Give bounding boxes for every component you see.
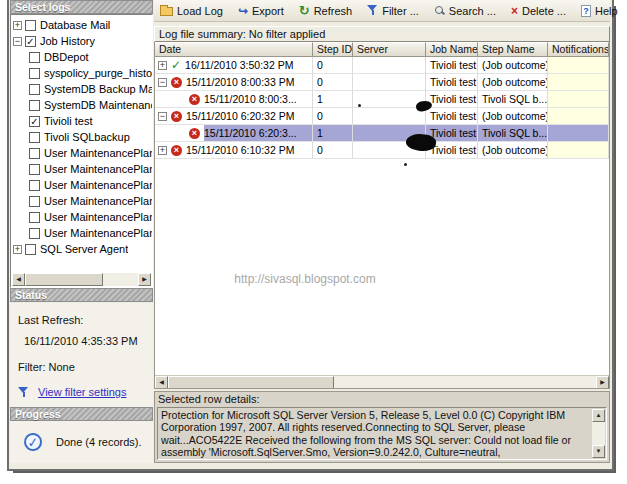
step-name-value: Tivoli SQL b... <box>478 125 548 142</box>
date-value: 15/11/2010 6:20:32 PM <box>186 108 294 124</box>
log-row[interactable]: −×15/11/2010 6:20:32 PM0Tivioli test(Job… <box>155 108 609 125</box>
checkbox[interactable] <box>29 132 40 143</box>
details-box: Protection for Microsoft SQL Server Vers… <box>157 407 607 460</box>
log-row[interactable]: −×15/11/2010 8:00:33 PM0Tivioli test(Job… <box>155 74 609 91</box>
log-row[interactable]: +✓16/11/2010 3:50:32 PM0Tivioli test(Job… <box>155 57 609 74</box>
filter-button[interactable]: Filter ... <box>367 5 419 17</box>
tree-item-label: Tivioli test <box>44 115 93 127</box>
tree-item[interactable]: User MaintenancePlan.S <box>13 177 152 193</box>
step-name-value: (Job outcome) <box>478 57 548 74</box>
log-tree-panel: +Database Mail−✓Job HistoryDBDepotsyspol… <box>10 14 153 288</box>
scroll-up-icon[interactable]: ▲ <box>592 409 605 422</box>
log-file-summary: Log file summary: No filter applied <box>154 26 610 42</box>
checkbox[interactable] <box>29 148 40 159</box>
progress-text: Done (4 records). <box>56 436 142 448</box>
tree-item-label: User MaintenancePlan.S <box>44 211 152 223</box>
tree-item[interactable]: syspolicy_purge_history <box>13 65 152 81</box>
scrollbar-track[interactable] <box>592 422 605 445</box>
status-header: Status <box>10 288 153 302</box>
tree-item-label: User MaintenancePlan.S <box>44 147 152 159</box>
log-row[interactable]: ×15/11/2010 8:00:3...1Tivioli testTivoli… <box>155 91 609 108</box>
tree-item[interactable]: DBDepot <box>13 49 152 65</box>
expand-icon[interactable]: + <box>13 245 22 254</box>
checkbox[interactable] <box>29 52 40 63</box>
checkbox[interactable]: ✓ <box>25 36 36 47</box>
scroll-right-icon[interactable]: ▶ <box>596 376 609 389</box>
expand-icon[interactable]: + <box>13 21 22 30</box>
scroll-left-icon[interactable]: ◀ <box>12 273 25 286</box>
view-filter-settings-link[interactable]: View filter settings <box>38 386 126 398</box>
scroll-left-icon[interactable]: ◀ <box>155 376 168 389</box>
export-button[interactable]: ↪ Export <box>238 5 284 17</box>
step-name-value: (Job outcome) <box>478 142 548 159</box>
column-header-server[interactable]: Server <box>353 42 426 57</box>
log-row[interactable]: ×15/11/2010 6:20:3...1Tivioli testTivoli… <box>155 125 609 142</box>
checkbox[interactable] <box>29 164 40 175</box>
checkbox[interactable] <box>29 100 40 111</box>
tree-item[interactable]: Tivoli SQLbackup <box>13 129 152 145</box>
tree-item[interactable]: +Database Mail <box>13 17 152 33</box>
tree-item[interactable]: +SQL Server Agent <box>13 241 152 257</box>
checkbox[interactable] <box>29 84 40 95</box>
column-header-step-id[interactable]: Step ID <box>313 42 353 57</box>
log-row[interactable]: +×15/11/2010 6:10:32 PM0Tivioli test(Job… <box>155 142 609 159</box>
checkbox[interactable] <box>29 228 40 239</box>
checkbox[interactable] <box>29 212 40 223</box>
tree-item-label: User MaintenancePlan.S <box>44 179 152 191</box>
checkbox[interactable] <box>25 244 36 255</box>
checkbox[interactable] <box>29 196 40 207</box>
tree-item[interactable]: User MaintenancePlan.S <box>13 225 152 241</box>
tree-horizontal-scrollbar[interactable]: ◀ ▶ <box>12 273 151 286</box>
step-id-value: 0 <box>313 108 353 125</box>
date-value: 15/11/2010 6:20:3... <box>204 125 312 142</box>
checkbox[interactable] <box>29 180 40 191</box>
tree-item[interactable]: User MaintenancePlan.S <box>13 161 152 177</box>
scroll-down-icon[interactable]: ▼ <box>592 445 605 458</box>
column-header-date[interactable]: Date <box>155 42 313 57</box>
expand-icon[interactable]: + <box>158 146 167 155</box>
refresh-icon: ↻ <box>299 4 310 17</box>
scrollbar-track[interactable] <box>103 273 138 286</box>
tree-item[interactable]: User MaintenancePlan.S <box>13 145 152 161</box>
checkbox[interactable] <box>25 20 36 31</box>
collapse-icon[interactable]: − <box>158 78 167 87</box>
job-name-value: Tivioli test <box>426 91 478 108</box>
checkbox[interactable] <box>29 68 40 79</box>
tree-item[interactable]: ✓Tivioli test <box>13 113 152 129</box>
scrollbar-track[interactable] <box>334 376 596 388</box>
tree-item-label: User MaintenancePlan.S <box>44 227 152 239</box>
grid-horizontal-scrollbar[interactable]: ◀ ▶ <box>155 375 609 388</box>
tree-item[interactable]: −✓Job History <box>13 33 152 49</box>
expand-icon[interactable]: + <box>158 61 167 70</box>
step-name-value: (Job outcome) <box>478 74 548 91</box>
column-header-job-name[interactable]: Job Name <box>426 42 478 57</box>
scrollbar-thumb[interactable] <box>25 273 103 286</box>
checkbox[interactable]: ✓ <box>29 116 40 127</box>
column-header-notifications[interactable]: Notifications <box>548 42 609 57</box>
left-panel: Select logs +Database Mail−✓Job HistoryD… <box>10 0 153 463</box>
refresh-button[interactable]: ↻ Refresh <box>299 4 352 17</box>
details-vertical-scrollbar[interactable]: ▲ ▼ <box>592 409 605 458</box>
help-button[interactable]: ? Help <box>581 5 618 17</box>
scrollbar-thumb[interactable] <box>168 376 334 389</box>
scroll-right-icon[interactable]: ▶ <box>138 273 151 286</box>
filter-label: Filter ... <box>382 5 419 17</box>
load-log-label: Load Log <box>177 5 223 17</box>
delete-button[interactable]: × Delete ... <box>511 5 566 17</box>
step-id-value: 1 <box>313 91 353 108</box>
load-log-button[interactable]: Load Log <box>160 5 223 17</box>
tree-item[interactable]: User MaintenancePlan.S <box>13 193 152 209</box>
tree-item[interactable]: SystemDB Maintenance <box>13 97 152 113</box>
status-panel: Last Refresh: 16/11/2010 4:35:33 PM Filt… <box>10 303 153 407</box>
collapse-icon[interactable]: − <box>158 112 167 121</box>
server-value <box>353 74 426 91</box>
date-value: 15/11/2010 8:00:3... <box>204 91 297 107</box>
collapse-icon[interactable]: − <box>13 37 22 46</box>
search-button[interactable]: Search ... <box>434 5 496 17</box>
column-header-step-name[interactable]: Step Name <box>478 42 548 57</box>
notifications-value <box>548 108 609 125</box>
tree-item[interactable]: SystemDB Backup Main <box>13 81 152 97</box>
right-panel: Load Log ↪ Export ↻ Refresh Filter ... S… <box>154 0 610 463</box>
tree-item[interactable]: User MaintenancePlan.S <box>13 209 152 225</box>
job-name-value: Tivioli test <box>426 74 478 91</box>
